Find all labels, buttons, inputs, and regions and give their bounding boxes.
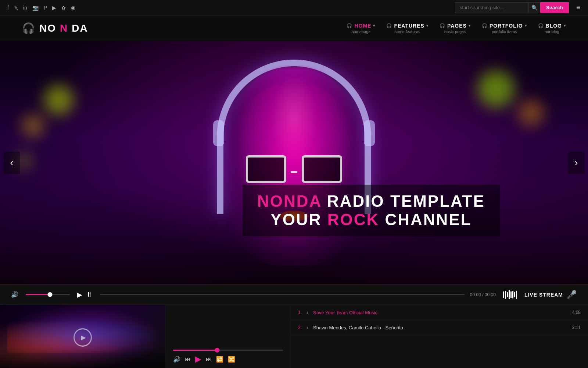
waveform-bar: [503, 291, 504, 298]
sunglasses: [246, 155, 342, 183]
playlist-title-1: Save Your Tears Official Music: [313, 310, 568, 315]
play-button[interactable]: ▶: [77, 291, 82, 299]
linkedin-icon[interactable]: in: [23, 5, 27, 11]
hero-rock: ROCK: [327, 210, 380, 229]
nav-blog-headphone-icon: 🎧: [538, 23, 544, 28]
pinterest-icon[interactable]: P: [44, 5, 47, 11]
search-icon-button[interactable]: 🔍: [528, 2, 540, 13]
pause-button[interactable]: ⏸: [86, 291, 93, 298]
bokeh-1: [44, 85, 74, 115]
nav-items: 🎧 HOME ▾ homepage 🎧 FEATURES ▾ some feat…: [347, 23, 566, 34]
nav-blog[interactable]: 🎧 BLOG ▾ our blog: [538, 23, 566, 34]
nav-pages-text: PAGES: [447, 23, 467, 29]
nav-home-chevron-icon: ▾: [373, 24, 375, 28]
nav-pages-label: 🎧 PAGES ▾: [440, 23, 471, 29]
logo[interactable]: 🎧 NONDA: [22, 22, 88, 34]
playlist-num-2: 2.: [298, 325, 302, 330]
nav-portfolio[interactable]: 🎧 PORTFOLIO ▾ portfolio items: [482, 23, 527, 34]
nav-home-label: 🎧 HOME ▾: [347, 23, 375, 29]
microphone-icon: 🎤: [567, 290, 577, 300]
playlist-item-1[interactable]: 1. ♪ Save Your Tears Official Music 4:08: [291, 305, 588, 320]
bokeh-3: [478, 71, 514, 107]
logo-da: DA: [72, 22, 88, 34]
volume-track[interactable]: [26, 294, 70, 295]
nav-features-label: 🎧 FEATURES ▾: [386, 23, 428, 29]
waveform-bar: [507, 292, 508, 297]
waveform: [503, 290, 517, 299]
play-controls: ▶ ⏸: [77, 291, 93, 299]
next-arrow-button[interactable]: ›: [568, 152, 584, 174]
hero-section: NONDA RADIO TEMPLATE YOUR ROCK CHANNEL ‹…: [0, 41, 588, 284]
progress-track[interactable]: [100, 294, 465, 295]
featured-video-thumbnail[interactable]: ▶: [0, 305, 165, 368]
nav-blog-text: BLOG: [546, 23, 562, 29]
bottom-player-fill: [173, 350, 217, 351]
bokeh-4: [518, 100, 544, 126]
time-display: 00:00 / 00:00: [470, 292, 496, 297]
playlist-item-2[interactable]: 2. ♪ Shawn Mendes, Camilo Cabello - Seño…: [291, 320, 588, 335]
waveform-bar: [510, 291, 512, 298]
waveform-bar: [509, 290, 510, 299]
nav-portfolio-label: 🎧 PORTFOLIO ▾: [482, 23, 527, 29]
flickr-icon[interactable]: ✿: [61, 5, 66, 11]
hero-brand-name: NONDA: [257, 192, 322, 210]
nav-features-sub: some features: [395, 29, 420, 34]
progress-area: 00:00 / 00:00: [100, 292, 496, 297]
video-neon-effect: [7, 316, 158, 353]
bottom-player-track[interactable]: [173, 350, 283, 351]
waveform-bar: [514, 292, 515, 297]
logo-no: NO: [39, 22, 56, 34]
nav-pages-headphone-icon: 🎧: [440, 23, 445, 28]
nav-portfolio-sub: portfolio items: [492, 29, 517, 34]
bottom-next-icon[interactable]: ⏭: [206, 356, 212, 362]
bottom-repeat-icon[interactable]: 🔁: [216, 356, 223, 363]
instagram-icon[interactable]: 📷: [32, 5, 39, 11]
top-bar: f 𝕏 in 📷 P ▶ ✿ ◉ 🔍 Search ≡: [0, 0, 588, 15]
hamburger-menu-button[interactable]: ≡: [576, 3, 581, 12]
nav-home[interactable]: 🎧 HOME ▾ homepage: [347, 23, 375, 34]
hero-line1: NONDA RADIO TEMPLATE: [257, 192, 485, 210]
nav-home-sub: homepage: [351, 29, 370, 34]
glass-bridge: [291, 171, 297, 173]
bokeh-2: [22, 115, 44, 137]
hero-text: NONDA RADIO TEMPLATE YOUR ROCK CHANNEL: [243, 185, 500, 236]
hero-channel: CHANNEL: [385, 210, 472, 229]
bottom-section: ▶ 🔊 ⏮ ▶ ⏭ 🔁 🔀 1. ♪ Save Your Tears Offic…: [0, 305, 588, 368]
bottom-player-icons: 🔊 ⏮ ▶ ⏭ 🔁 🔀: [173, 354, 283, 364]
playlist: 1. ♪ Save Your Tears Official Music 4:08…: [290, 305, 588, 368]
glass-lens-right: [302, 155, 342, 183]
nav-features[interactable]: 🎧 FEATURES ▾ some features: [386, 23, 428, 34]
nav-pages-sub: basic pages: [444, 29, 466, 34]
volume-thumb: [48, 292, 53, 297]
playlist-duration-2: 3:11: [572, 325, 581, 330]
prev-arrow-button[interactable]: ‹: [4, 152, 20, 174]
nav-home-headphone-icon: 🎧: [347, 23, 352, 28]
waveform-bar: [512, 291, 513, 298]
nav-features-headphone-icon: 🎧: [386, 23, 392, 28]
glass-lens-left: [246, 155, 286, 183]
nav-portfolio-chevron-icon: ▾: [525, 24, 527, 28]
hero-person: [165, 52, 423, 273]
nav-pages[interactable]: 🎧 PAGES ▾ basic pages: [440, 23, 471, 34]
player-bar: 🔊 ▶ ⏸ 00:00 / 00:00 LIVE STREAM 🎤: [0, 284, 588, 305]
twitter-icon[interactable]: 𝕏: [14, 5, 18, 11]
search-input[interactable]: [455, 2, 528, 13]
search-area: 🔍 Search ≡: [455, 2, 581, 13]
social-icons: f 𝕏 in 📷 P ▶ ✿ ◉: [7, 5, 75, 11]
nav-pages-chevron-icon: ▾: [469, 24, 471, 28]
bottom-shuffle-icon[interactable]: 🔀: [228, 356, 235, 363]
bottom-volume-icon[interactable]: 🔊: [173, 356, 180, 363]
nav-features-chevron-icon: ▾: [426, 24, 429, 28]
search-button[interactable]: Search: [540, 2, 569, 13]
facebook-icon[interactable]: f: [7, 5, 9, 11]
nav-features-text: FEATURES: [394, 23, 424, 29]
bottom-prev-icon[interactable]: ⏮: [185, 356, 191, 362]
youtube-icon[interactable]: ▶: [52, 5, 56, 11]
volume-fill: [26, 294, 50, 295]
bottom-play-icon[interactable]: ▶: [195, 354, 201, 364]
playlist-duration-1: 4:08: [572, 310, 581, 315]
hero-line2: YOUR ROCK CHANNEL: [257, 210, 485, 229]
playlist-music-icon-1: ♪: [306, 309, 309, 315]
live-stream-text: LIVE STREAM: [524, 292, 563, 298]
feed-icon[interactable]: ◉: [71, 5, 75, 11]
